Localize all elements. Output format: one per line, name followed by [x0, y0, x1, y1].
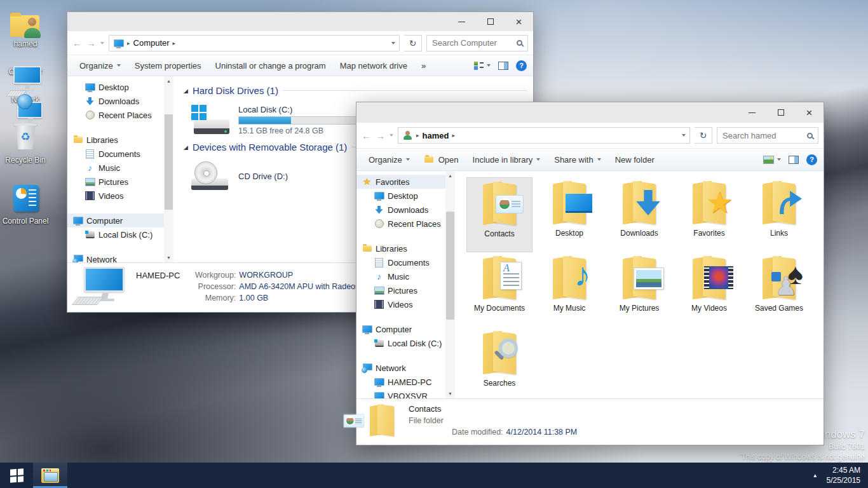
scrollbar-thumb[interactable] [165, 114, 173, 210]
search-box[interactable]: Search hamed [717, 127, 818, 144]
organize-button[interactable]: Organize [363, 152, 416, 167]
views-button[interactable] [474, 61, 491, 70]
sidebar-item-desktop[interactable]: Desktop [67, 80, 164, 94]
minimize-button[interactable] [738, 102, 766, 123]
sidebar-item-local-disk[interactable]: Local Disk (C:) [67, 227, 164, 241]
sidebar-item-pictures[interactable]: Pictures [356, 283, 445, 297]
file-item-my-documents[interactable]: My Documents [466, 252, 532, 327]
taskbar-explorer-button[interactable] [33, 463, 67, 488]
new-folder-button[interactable]: New folder [609, 152, 660, 167]
desktop-icon-control-panel[interactable]: Control Panel [0, 182, 51, 226]
group-header-hard-disks[interactable]: ◢ Hard Disk Drives (1) [184, 85, 527, 96]
sidebar-item-videos[interactable]: Videos [356, 297, 445, 311]
close-button[interactable]: × [795, 102, 824, 123]
breadcrumb[interactable]: ▸ Computer ▸ [109, 35, 400, 51]
refresh-button[interactable]: ↻ [404, 35, 422, 51]
address-dropdown-caret-icon[interactable] [391, 42, 395, 44]
file-item-contacts[interactable]: Contacts [466, 177, 532, 252]
back-button[interactable]: ← [362, 130, 371, 141]
windows-logo-icon [10, 468, 24, 482]
sidebar-item-music[interactable]: Music [67, 161, 164, 175]
scroll-up-arrow-icon[interactable]: ▲ [445, 171, 455, 180]
file-item-saved-games[interactable]: ♠♟ Saved Games [746, 252, 812, 327]
scroll-up-arrow-icon[interactable]: ▲ [164, 76, 173, 86]
file-item-my-videos[interactable]: My Videos [676, 252, 742, 327]
sidebar-item-network[interactable]: Network [356, 361, 445, 375]
forward-button[interactable]: → [86, 37, 96, 48]
breadcrumb[interactable]: ▸ hamed ▸ [398, 127, 690, 144]
chevron-right-icon[interactable]: ▸ [173, 40, 176, 46]
file-item-links[interactable]: Links [746, 177, 812, 252]
include-in-library-button[interactable]: Include in library [467, 152, 546, 167]
sidebar-item-network[interactable]: Network [67, 252, 164, 262]
desktop-icon-computer[interactable]: Computer [0, 66, 51, 77]
collapse-triangle-icon[interactable]: ◢ [184, 144, 188, 151]
forward-button[interactable]: → [376, 130, 385, 141]
file-item-desktop[interactable]: Desktop [536, 177, 602, 252]
sidebar-item-computer[interactable]: Computer [67, 214, 164, 227]
clock-time: 2:45 AM [827, 465, 860, 475]
recent-pages-caret-icon[interactable] [390, 134, 393, 137]
recent-pages-caret-icon[interactable] [100, 42, 104, 44]
file-item-my-music[interactable]: ♪ My Music [536, 252, 602, 327]
sidebar-item-documents[interactable]: Documents [356, 255, 445, 269]
sidebar-item-downloads[interactable]: Downloads [356, 203, 445, 217]
maximize-button[interactable] [766, 102, 795, 123]
breadcrumb-computer[interactable]: Computer [133, 38, 170, 48]
address-dropdown-caret-icon[interactable] [682, 134, 686, 137]
chevron-right-icon[interactable]: ▸ [452, 132, 455, 139]
refresh-button[interactable]: ↻ [695, 127, 712, 144]
preview-pane-icon[interactable] [789, 156, 799, 164]
show-hidden-icons-button[interactable]: ▲ [804, 473, 827, 478]
sidebar-item-recent-places[interactable]: Recent Places [67, 108, 164, 122]
taskbar-clock[interactable]: 2:45 AM 5/25/2015 [827, 465, 868, 485]
file-item-downloads[interactable]: Downloads [606, 177, 672, 252]
sidebar-item-favorites[interactable]: Favorites [356, 175, 445, 189]
file-item-searches[interactable]: Searches [466, 327, 532, 398]
hamed-window-titlebar[interactable]: × [356, 102, 824, 123]
desktop-icon-hamed[interactable]: hamed [0, 5, 51, 49]
sidebar-item-libraries[interactable]: Libraries [67, 133, 164, 147]
collapse-triangle-icon[interactable]: ◢ [184, 88, 188, 94]
organize-button[interactable]: Organize [74, 58, 126, 73]
sidebar-item-local-disk[interactable]: Local Disk (C:) [356, 336, 445, 350]
sidebar-item-hamed-pc[interactable]: HAMED-PC [356, 375, 445, 389]
help-icon[interactable]: ? [516, 60, 527, 71]
back-button[interactable]: ← [72, 37, 82, 48]
sidebar-item-pictures[interactable]: Pictures [67, 175, 164, 189]
toolbar-overflow-chevron[interactable]: » [416, 58, 431, 73]
desktop-icon-recycle-bin[interactable]: ♻ Recycle Bin [0, 121, 51, 165]
sidebar-item-computer[interactable]: Computer [356, 322, 445, 336]
sidebar-item-vboxsvr[interactable]: VBOXSVR [356, 389, 445, 398]
file-item-my-pictures[interactable]: My Pictures [606, 252, 672, 327]
computer-window-titlebar[interactable]: × [67, 12, 533, 31]
share-with-button[interactable]: Share with [548, 152, 606, 167]
views-icon [474, 61, 484, 70]
sidebar-item-desktop[interactable]: Desktop [356, 189, 445, 203]
sidebar-item-libraries[interactable]: Libraries [356, 241, 445, 255]
file-item-favorites[interactable]: ★ Favorites [676, 177, 742, 252]
scroll-down-arrow-icon[interactable]: ▼ [445, 389, 455, 398]
maximize-button[interactable] [476, 12, 505, 31]
nav-pane-scrollbar[interactable]: ▲ ▼ [164, 76, 173, 262]
help-icon[interactable]: ? [806, 154, 817, 165]
search-box[interactable]: Search Computer [426, 35, 528, 51]
views-button[interactable] [763, 156, 781, 164]
sidebar-item-music[interactable]: Music [356, 269, 445, 283]
open-button[interactable]: Open [418, 152, 465, 167]
breadcrumb-hamed[interactable]: hamed [423, 131, 449, 140]
system-properties-button[interactable]: System properties [129, 58, 207, 73]
start-button[interactable] [0, 463, 33, 488]
sidebar-item-recent-places[interactable]: Recent Places [356, 217, 445, 231]
uninstall-program-button[interactable]: Uninstall or change a program [210, 58, 332, 73]
close-button[interactable]: × [505, 12, 533, 31]
sidebar-item-downloads[interactable]: Downloads [67, 94, 164, 108]
sidebar-item-videos[interactable]: Videos [67, 189, 164, 203]
sidebar-item-documents[interactable]: Documents [67, 147, 164, 161]
minimize-button[interactable] [447, 12, 476, 31]
preview-pane-icon[interactable] [498, 62, 508, 70]
nav-pane-scrollbar[interactable]: ▲ ▼ [445, 171, 455, 398]
scroll-down-arrow-icon[interactable]: ▼ [164, 253, 173, 262]
map-network-drive-button[interactable]: Map network drive [334, 58, 413, 73]
scrollbar-thumb[interactable] [446, 212, 454, 320]
